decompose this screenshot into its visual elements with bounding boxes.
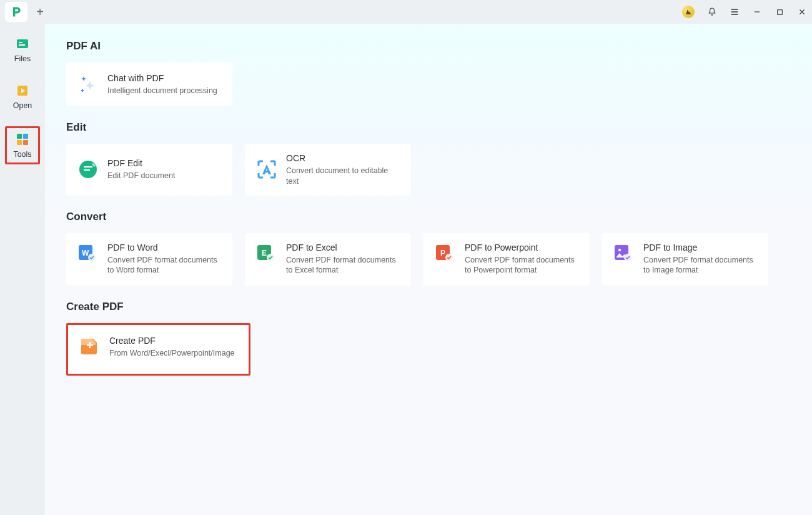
- card-title: OCR: [286, 152, 400, 164]
- app-layout: Files Open Tools PDF AI: [0, 24, 812, 515]
- word-icon: W: [77, 243, 99, 264]
- card-texts: PDF to Word Convert PDF format documents…: [107, 242, 221, 276]
- card-subtitle: From Word/Execl/Powerpoint/Image: [109, 348, 235, 359]
- edit-cards: PDF Edit Edit PDF document OCR Convert d…: [66, 144, 791, 196]
- minimize-button[interactable]: [752, 7, 762, 17]
- sidebar-item-label: Tools: [13, 150, 31, 159]
- sidebar-item-open[interactable]: Open: [5, 79, 40, 114]
- notifications-icon[interactable]: [707, 7, 717, 17]
- card-texts: Create PDF From Word/Execl/Powerpoint/Im…: [109, 335, 235, 359]
- card-subtitle: Intelligent document processing: [107, 86, 217, 96]
- convert-cards: W PDF to Word Convert PDF format documen…: [66, 233, 791, 286]
- svg-rect-8: [23, 140, 28, 145]
- card-ocr[interactable]: OCR Convert document to editable text: [245, 144, 411, 196]
- files-icon: [15, 36, 30, 51]
- card-title: PDF to Image: [643, 242, 757, 254]
- titlebar: +: [0, 0, 812, 24]
- powerpoint-icon: P: [435, 243, 456, 264]
- main-content: PDF AI Chat with PDF Intelligent documen…: [45, 24, 812, 515]
- card-title: PDF Edit: [107, 158, 175, 169]
- card-pdf-edit[interactable]: PDF Edit Edit PDF document: [66, 144, 232, 196]
- new-tab-button[interactable]: +: [34, 5, 46, 19]
- card-pdf-to-image[interactable]: PDF to Image Convert PDF format document…: [602, 233, 768, 286]
- card-texts: Chat with PDF Intelligent document proce…: [107, 72, 217, 96]
- card-texts: PDF to Excel Convert PDF format document…: [286, 242, 400, 276]
- card-subtitle: Edit PDF document: [107, 171, 175, 181]
- menu-icon[interactable]: [730, 7, 740, 17]
- svg-rect-10: [84, 166, 92, 168]
- card-texts: PDF to Image Convert PDF format document…: [643, 242, 757, 276]
- app-logo-icon: [10, 6, 22, 18]
- user-avatar-icon[interactable]: [682, 6, 695, 18]
- card-title: PDF to Powerpoint: [465, 242, 578, 254]
- card-title: PDF to Excel: [286, 242, 400, 254]
- card-pdf-to-word[interactable]: W PDF to Word Convert PDF format documen…: [66, 233, 232, 286]
- section-heading-pdf-ai: PDF AI: [66, 40, 791, 52]
- sparkle-icon: [77, 74, 99, 95]
- sidebar-item-files[interactable]: Files: [5, 32, 40, 67]
- image-icon: [613, 243, 635, 264]
- titlebar-left: +: [5, 2, 46, 22]
- card-texts: PDF Edit Edit PDF document: [107, 158, 175, 181]
- sidebar-item-tools[interactable]: Tools: [5, 126, 40, 164]
- app-tab[interactable]: [5, 2, 27, 22]
- pdf-ai-cards: Chat with PDF Intelligent document proce…: [66, 62, 791, 106]
- card-create-pdf[interactable]: Create PDF From Word/Execl/Powerpoint/Im…: [66, 323, 250, 376]
- card-title: Chat with PDF: [107, 72, 217, 84]
- svg-rect-7: [17, 140, 22, 145]
- card-subtitle: Convert PDF format documents to Excel fo…: [286, 255, 400, 276]
- card-chat-with-pdf[interactable]: Chat with PDF Intelligent document proce…: [66, 62, 232, 106]
- card-subtitle: Convert PDF format documents to Powerpoi…: [465, 255, 578, 276]
- sidebar-item-label: Open: [13, 101, 32, 110]
- ocr-icon: [256, 159, 277, 180]
- card-subtitle: Convert document to editable text: [286, 166, 400, 187]
- card-title: Create PDF: [109, 335, 235, 347]
- svg-text:E: E: [262, 249, 267, 258]
- sidebar: Files Open Tools: [0, 24, 45, 515]
- open-icon: [15, 83, 30, 98]
- close-button[interactable]: [797, 7, 807, 17]
- maximize-button[interactable]: [775, 7, 785, 17]
- card-texts: OCR Convert document to editable text: [286, 152, 400, 187]
- svg-rect-11: [84, 169, 90, 171]
- titlebar-right: [682, 6, 807, 18]
- section-heading-edit: Edit: [66, 121, 791, 134]
- svg-rect-2: [19, 42, 22, 43]
- svg-point-22: [618, 248, 621, 251]
- card-title: PDF to Word: [107, 242, 221, 254]
- card-texts: PDF to Powerpoint Convert PDF format doc…: [465, 242, 578, 276]
- card-pdf-to-excel[interactable]: E PDF to Excel Convert PDF format docume…: [245, 233, 411, 286]
- svg-rect-25: [89, 342, 91, 348]
- create-cards: Create PDF From Word/Execl/Powerpoint/Im…: [66, 323, 791, 376]
- card-pdf-to-powerpoint[interactable]: P PDF to Powerpoint Convert PDF format d…: [423, 233, 590, 286]
- svg-rect-5: [17, 134, 22, 139]
- section-heading-convert: Convert: [66, 211, 791, 223]
- svg-rect-1: [17, 39, 28, 48]
- card-subtitle: Convert PDF format documents to Word for…: [107, 255, 221, 276]
- excel-icon: E: [256, 243, 277, 264]
- sidebar-item-label: Files: [14, 54, 31, 63]
- card-subtitle: Convert PDF format documents to Image fo…: [643, 255, 757, 276]
- svg-rect-6: [23, 134, 28, 139]
- svg-text:W: W: [82, 249, 89, 258]
- pdf-edit-icon: [77, 159, 99, 180]
- section-heading-create: Create PDF: [66, 301, 791, 313]
- tools-icon: [15, 132, 30, 147]
- svg-rect-0: [777, 9, 782, 14]
- svg-rect-3: [19, 44, 25, 46]
- create-pdf-icon: [79, 335, 101, 356]
- svg-text:P: P: [440, 249, 445, 258]
